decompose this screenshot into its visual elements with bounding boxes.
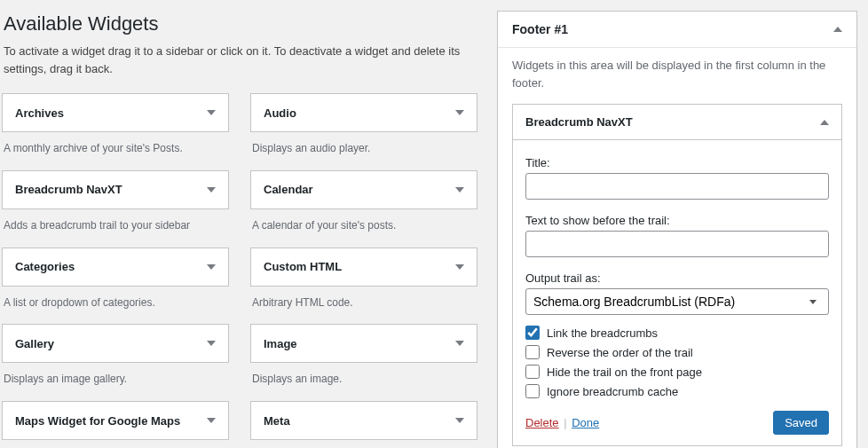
widget-desc: Displays a map image thumbnail with a: [2, 440, 229, 448]
caret-down-icon: [207, 418, 216, 423]
pretext-label: Text to show before the trail:: [525, 214, 829, 227]
widget-desc: Displays an image gallery.: [2, 363, 229, 401]
widget-item: Custom HTMLArbitrary HTML code.: [250, 248, 477, 325]
check-hidefront[interactable]: [525, 365, 540, 379]
check-ignorecache[interactable]: [525, 384, 540, 398]
check-link-row: Link the breadcrumbs: [525, 326, 829, 340]
widget-body: Title: Text to show before the trail: Ou…: [513, 139, 841, 445]
widget-title: Archives: [15, 106, 64, 120]
widget-box[interactable]: Breadcrumb NavXT: [2, 170, 229, 209]
widget-title: Calendar: [264, 183, 313, 196]
caret-down-icon: [207, 187, 216, 193]
widget-desc: A list or dropdown of categories.: [2, 287, 229, 325]
check-ignorecache-row: Ignore breadcrumb cache: [525, 384, 829, 398]
done-link[interactable]: Done: [572, 416, 599, 429]
caret-up-icon: [820, 120, 829, 125]
caret-down-icon: [207, 264, 216, 270]
control-links: Delete | Done: [525, 416, 599, 429]
widget-title: Breadcrumb NavXT: [15, 183, 122, 196]
caret-down-icon: [455, 187, 464, 193]
widget-header[interactable]: Breadcrumb NavXT: [513, 105, 841, 139]
check-reverse-row: Reverse the order of the trail: [525, 345, 829, 359]
output-label: Output trail as:: [525, 271, 829, 285]
widget-item: GalleryDisplays an image gallery.: [2, 324, 229, 401]
widget-title: Meta: [264, 414, 290, 428]
footer-sidebar: Footer #1 Widgets in this area will be d…: [497, 11, 857, 448]
widget-box[interactable]: Image: [250, 324, 477, 363]
caret-up-icon: [833, 27, 842, 32]
widget-desc: A calendar of your site's posts.: [250, 209, 477, 248]
widget-desc: Arbitrary HTML code.: [250, 287, 477, 325]
available-description: To activate a widget drag it to a sideba…: [2, 43, 477, 77]
separator: |: [564, 416, 566, 429]
widget-desc: Displays an audio player.: [250, 132, 477, 170]
sidebar-panel: Footer #1 Widgets in this area will be d…: [497, 0, 868, 448]
caret-down-icon: [455, 418, 464, 423]
widget-desc: A monthly archive of your site's Posts.: [2, 132, 229, 170]
widget-item: Maps Widget for Google MapsDisplays a ma…: [2, 401, 229, 448]
widget-item: CategoriesA list or dropdown of categori…: [2, 248, 229, 325]
widget-title: Maps Widget for Google Maps: [15, 414, 180, 428]
widget-box[interactable]: Gallery: [2, 324, 229, 363]
widget-item: MetaLogin, RSS, & WordPress.org links.: [250, 401, 477, 448]
available-heading: Available Widgets: [2, 12, 477, 35]
widget-title: Audio: [264, 106, 296, 120]
widget-title: Custom HTML: [264, 260, 342, 273]
widget-box[interactable]: Meta: [250, 401, 477, 440]
widget-box[interactable]: Categories: [2, 248, 229, 287]
check-reverse[interactable]: [525, 345, 540, 359]
delete-link[interactable]: Delete: [525, 416, 559, 429]
widget-desc: Displays an image.: [250, 363, 477, 401]
widget-item: CalendarA calendar of your site's posts.: [250, 170, 477, 248]
widget-box[interactable]: Calendar: [250, 170, 477, 209]
check-hidefront-label[interactable]: Hide the trail on the front page: [547, 365, 702, 379]
widget-box[interactable]: Audio: [250, 93, 477, 132]
pretext-input[interactable]: [525, 231, 829, 257]
title-label: Title:: [525, 156, 829, 169]
sidebar-header[interactable]: Footer #1: [498, 12, 856, 48]
widget-desc: Adds a breadcrumb trail to your sidebar: [2, 209, 229, 248]
check-hidefront-row: Hide the trail on the front page: [525, 365, 829, 379]
widget-box[interactable]: Custom HTML: [250, 248, 477, 287]
widget-box[interactable]: Archives: [2, 93, 229, 132]
widget-item: ArchivesA monthly archive of your site's…: [2, 93, 229, 170]
caret-down-icon: [455, 341, 464, 346]
widget-title: Image: [264, 337, 297, 350]
sidebar-description: Widgets in this area will be displayed i…: [498, 48, 856, 104]
sidebar-title: Footer #1: [512, 22, 568, 36]
widget-desc: Login, RSS, & WordPress.org links.: [250, 440, 477, 448]
widget-item: Breadcrumb NavXTAdds a breadcrumb trail …: [2, 170, 229, 248]
check-reverse-label[interactable]: Reverse the order of the trail: [547, 346, 693, 359]
check-ignorecache-label[interactable]: Ignore breadcrumb cache: [547, 385, 678, 398]
available-widgets-panel: Available Widgets To activate a widget d…: [0, 0, 497, 448]
widget-title: Categories: [15, 260, 75, 273]
widget-box[interactable]: Maps Widget for Google Maps: [2, 401, 229, 440]
widget-title: Gallery: [15, 337, 54, 350]
caret-down-icon: [455, 110, 464, 115]
saved-button[interactable]: Saved: [773, 411, 829, 435]
widget-item: ImageDisplays an image.: [250, 324, 477, 401]
check-link[interactable]: [525, 326, 540, 340]
widget-item: AudioDisplays an audio player.: [250, 93, 477, 170]
widget-controls: Delete | Done Saved: [525, 411, 829, 435]
title-input[interactable]: [525, 173, 829, 200]
output-select[interactable]: [525, 288, 829, 315]
check-link-label[interactable]: Link the breadcrumbs: [547, 326, 658, 340]
breadcrumb-widget: Breadcrumb NavXT Title: Text to show bef…: [512, 104, 842, 446]
widgets-grid: ArchivesA monthly archive of your site's…: [2, 93, 477, 448]
caret-down-icon: [455, 264, 464, 270]
caret-down-icon: [207, 110, 216, 115]
widget-title: Breadcrumb NavXT: [525, 115, 633, 129]
caret-down-icon: [207, 341, 216, 346]
